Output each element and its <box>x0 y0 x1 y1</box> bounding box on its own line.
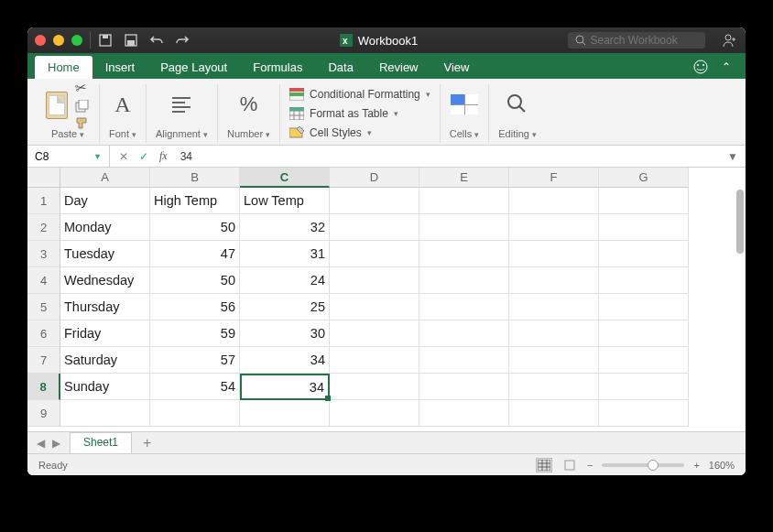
cell[interactable] <box>419 294 509 320</box>
column-header[interactable]: G <box>599 168 689 188</box>
cell[interactable]: 47 <box>150 241 240 267</box>
cell-styles-button[interactable]: Cell Styles▾ <box>289 126 430 139</box>
cell[interactable] <box>599 241 689 267</box>
column-header[interactable]: B <box>150 168 240 188</box>
cell[interactable]: Sunday <box>60 374 150 400</box>
cell[interactable] <box>509 188 599 214</box>
cells-icon[interactable] <box>451 94 478 114</box>
enter-formula-icon[interactable]: ✓ <box>139 150 148 163</box>
cell[interactable] <box>330 241 419 267</box>
column-header[interactable]: F <box>509 168 599 188</box>
cell[interactable] <box>419 267 509 294</box>
cell[interactable] <box>599 320 689 347</box>
add-sheet-button[interactable]: + <box>132 435 162 451</box>
editing-label[interactable]: Editing <box>498 125 537 143</box>
cell[interactable]: 25 <box>240 294 330 320</box>
row-header[interactable]: 7 <box>27 347 60 374</box>
cell[interactable] <box>330 320 419 347</box>
select-all-corner[interactable] <box>27 168 60 188</box>
cell[interactable] <box>330 400 419 427</box>
cell[interactable] <box>330 188 419 214</box>
search-box[interactable] <box>568 32 705 49</box>
cell[interactable]: Low Temp <box>240 188 330 214</box>
cell[interactable] <box>419 400 509 427</box>
row-header[interactable]: 6 <box>27 320 60 347</box>
tab-formulas[interactable]: Formulas <box>240 56 315 79</box>
cell[interactable] <box>150 400 240 427</box>
cell[interactable] <box>330 267 419 294</box>
zoom-slider[interactable] <box>602 463 684 467</box>
cancel-formula-icon[interactable]: ✕ <box>119 150 128 163</box>
undo-icon[interactable] <box>149 33 164 48</box>
conditional-formatting-button[interactable]: Conditional Formatting▾ <box>289 88 430 101</box>
row-header[interactable]: 4 <box>27 267 60 294</box>
normal-view-icon[interactable] <box>536 458 552 472</box>
row-header[interactable]: 3 <box>27 241 60 267</box>
cell[interactable] <box>240 400 330 427</box>
column-header[interactable]: C <box>240 168 330 188</box>
maximize-icon[interactable] <box>71 35 82 46</box>
redo-icon[interactable] <box>175 33 190 48</box>
cell[interactable] <box>599 294 689 320</box>
tab-data[interactable]: Data <box>315 56 365 79</box>
row-header[interactable]: 5 <box>27 294 60 320</box>
cell[interactable]: 50 <box>150 267 240 294</box>
column-header[interactable]: A <box>60 168 150 188</box>
zoom-level[interactable]: 160% <box>709 460 735 471</box>
print-icon[interactable] <box>124 33 138 48</box>
row-header[interactable]: 1 <box>27 188 60 214</box>
name-box[interactable]: C8▼ <box>27 146 110 167</box>
tab-view[interactable]: View <box>431 56 483 79</box>
cell[interactable]: Friday <box>60 320 150 347</box>
column-header[interactable]: D <box>330 168 419 188</box>
column-header[interactable]: E <box>419 168 509 188</box>
sheet-tab[interactable]: Sheet1 <box>70 432 132 453</box>
cell[interactable] <box>509 214 599 241</box>
cell[interactable]: 24 <box>240 267 330 294</box>
row-header[interactable]: 9 <box>27 400 60 427</box>
number-format-icon[interactable]: % <box>240 92 258 116</box>
cell[interactable] <box>509 400 599 427</box>
cell[interactable]: 57 <box>150 347 240 374</box>
cell[interactable] <box>419 188 509 214</box>
search-input[interactable] <box>591 34 698 47</box>
copy-icon[interactable] <box>75 100 90 113</box>
cell[interactable]: 54 <box>150 374 240 400</box>
cell[interactable]: High Temp <box>150 188 240 214</box>
alignment-icon[interactable] <box>172 97 191 113</box>
paste-label[interactable]: Paste <box>51 125 84 143</box>
cell[interactable]: 30 <box>240 320 330 347</box>
cut-icon[interactable]: ✂ <box>74 79 92 98</box>
cell[interactable]: 56 <box>150 294 240 320</box>
close-icon[interactable] <box>35 35 46 46</box>
cell[interactable]: 34 <box>240 374 330 400</box>
page-layout-view-icon[interactable] <box>561 458 578 472</box>
cell[interactable] <box>509 241 599 267</box>
cell[interactable] <box>599 267 689 294</box>
cell[interactable] <box>419 374 509 400</box>
cell[interactable] <box>599 188 689 214</box>
cell[interactable] <box>509 374 599 400</box>
cell[interactable]: Day <box>60 188 150 214</box>
vertical-scrollbar[interactable] <box>736 190 744 254</box>
cell[interactable] <box>419 347 509 374</box>
expand-formula-bar-icon[interactable]: ▼ <box>720 150 746 163</box>
cell[interactable]: 31 <box>240 241 330 267</box>
formula-input[interactable]: 34 <box>177 150 196 163</box>
cell[interactable] <box>599 400 689 427</box>
cell[interactable] <box>599 347 689 374</box>
alignment-label[interactable]: Alignment <box>156 125 208 143</box>
cell[interactable] <box>599 214 689 241</box>
cells-label[interactable]: Cells <box>450 125 479 143</box>
number-label[interactable]: Number <box>227 125 270 143</box>
cell[interactable]: 59 <box>150 320 240 347</box>
collapse-ribbon-icon[interactable]: ⌃ <box>722 60 731 73</box>
cell[interactable]: Tuesday <box>60 241 150 267</box>
fx-icon[interactable]: fx <box>159 149 168 163</box>
font-label[interactable]: Font <box>109 125 136 143</box>
cell[interactable]: 50 <box>150 214 240 241</box>
cell[interactable]: Thursday <box>60 294 150 320</box>
smiley-icon[interactable] <box>692 59 709 75</box>
row-header[interactable]: 2 <box>27 214 60 241</box>
sheet-nav-prev-icon[interactable]: ◀ <box>37 437 45 450</box>
